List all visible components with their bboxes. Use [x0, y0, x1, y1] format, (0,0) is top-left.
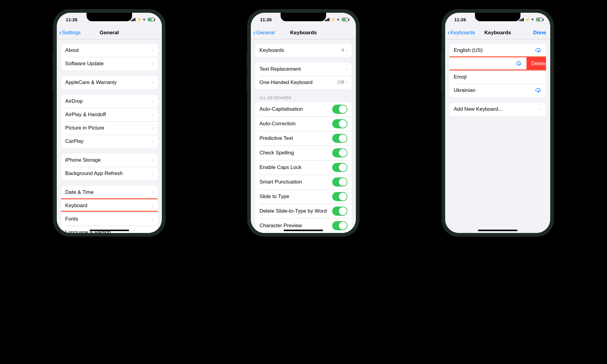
settings-content[interactable]: About› Software Update› AppleCare & Warr… [57, 39, 162, 233]
row-datetime[interactable]: Date & Time› [61, 186, 158, 199]
back-label: Settings [62, 30, 80, 36]
row-carplay[interactable]: CarPlay› [61, 135, 158, 148]
chevron-right-icon: › [152, 230, 153, 233]
delete-button[interactable]: Delete [527, 57, 546, 70]
home-indicator[interactable] [284, 230, 323, 231]
toggle-predictive[interactable]: Predictive Text [255, 131, 352, 146]
row-storage[interactable]: iPhone Storage› [61, 153, 158, 167]
notch [281, 13, 326, 21]
kb-english[interactable]: English (US) [449, 44, 546, 57]
wifi-icon: ⚡ [525, 17, 530, 22]
notch [87, 13, 132, 21]
phone-general: 11:26 ⚡ ᯤ ‹ Settings General About› Soft… [53, 9, 165, 237]
chevron-right-icon: › [152, 139, 153, 144]
row-keyboard[interactable]: Keyboard› [61, 199, 158, 212]
switch-on[interactable] [332, 163, 347, 172]
toggle-auto-cap[interactable]: Auto-Capitalisation [255, 102, 352, 116]
row-add-keyboard[interactable]: Add New Keyboard... › [449, 103, 546, 116]
switch-on[interactable] [332, 134, 347, 143]
cloud-download-icon[interactable] [516, 61, 522, 66]
chevron-right-icon: › [152, 112, 153, 117]
status-time: 11:26 [260, 17, 271, 22]
switch-on[interactable] [332, 207, 347, 216]
wifi-icon-2: ᯤ [337, 17, 341, 22]
chevron-right-icon: › [346, 48, 347, 53]
row-keyboards-count[interactable]: Keyboards 4 › [255, 44, 352, 57]
chevron-right-icon: › [152, 99, 153, 104]
phone-keyboards-list: 11:26 ⚡ ᯤ ‹ Keyboards Keyboards Done Eng… [442, 9, 554, 237]
home-indicator[interactable] [90, 230, 129, 231]
wifi-icon-2: ᯤ [531, 17, 535, 22]
status-time: 11:26 [454, 17, 466, 22]
cloud-download-icon[interactable] [535, 48, 542, 53]
nav-bar: ‹ Settings General [57, 26, 162, 39]
back-button[interactable]: ‹ General [253, 29, 275, 36]
chevron-right-icon: › [152, 125, 153, 131]
switch-on[interactable] [332, 177, 347, 187]
back-button[interactable]: ‹ Settings [59, 29, 81, 36]
notch [475, 13, 520, 21]
kb-emoji[interactable]: Emoji [449, 70, 546, 84]
switch-on[interactable] [332, 119, 347, 128]
row-text-replacement[interactable]: Text Replacement› [255, 62, 352, 76]
done-button[interactable]: Done [533, 30, 546, 36]
back-label: Keyboards [450, 30, 475, 36]
cellular-icon [325, 18, 329, 21]
status-time: 11:26 [66, 17, 77, 22]
switch-on[interactable] [332, 192, 347, 201]
phone-keyboards: 11:26 ⚡ ᯤ ‹ General Keyboards Keyboards … [247, 9, 360, 237]
toggle-deleteword[interactable]: Delete Slide-to-Type by Word [255, 204, 352, 218]
section-all-keyboards: ALL KEYBOARDS [259, 96, 347, 100]
row-language[interactable]: Language & Region› [61, 226, 158, 233]
home-indicator[interactable] [478, 230, 517, 231]
row-airplay[interactable]: AirPlay & Handoff› [61, 108, 158, 121]
toggle-auto-correct[interactable]: Auto-Correction [255, 116, 352, 131]
keyboards-count: 4 [341, 47, 344, 53]
switch-on[interactable] [332, 221, 347, 230]
keyboards-list-content[interactable]: English (US) Delete Emoji Ukrainian [445, 39, 550, 233]
chevron-right-icon: › [152, 190, 153, 195]
kb-swiped[interactable]: Delete [449, 57, 546, 70]
chevron-right-icon: › [346, 66, 347, 72]
keyboards-content[interactable]: Keyboards 4 › Text Replacement› One-Hand… [251, 39, 356, 233]
row-bgrefresh[interactable]: Background App Refresh› [61, 167, 158, 180]
row-pip[interactable]: Picture in Picture› [61, 121, 158, 135]
row-about[interactable]: About› [61, 44, 158, 57]
nav-bar: ‹ General Keyboards [251, 26, 356, 39]
chevron-left-icon: ‹ [253, 29, 255, 36]
toggle-slidetype[interactable]: Slide to Type [255, 189, 352, 204]
battery-icon [148, 18, 155, 21]
chevron-right-icon: › [152, 61, 153, 66]
battery-icon [342, 18, 349, 21]
wifi-icon: ⚡ [137, 17, 142, 22]
back-button[interactable]: ‹ Keyboards [448, 29, 475, 36]
row-applecare[interactable]: AppleCare & Warranty› [61, 76, 158, 89]
row-airdrop[interactable]: AirDrop› [61, 95, 158, 108]
chevron-right-icon: › [152, 157, 153, 163]
row-software-update[interactable]: Software Update› [61, 57, 158, 70]
row-fonts[interactable]: Fonts› [61, 212, 158, 226]
toggle-spelling[interactable]: Check Spelling [255, 146, 352, 160]
kb-ukrainian[interactable]: Ukrainian [449, 84, 546, 97]
row-onehanded[interactable]: One-Handed KeyboardOff› [255, 76, 352, 89]
chevron-left-icon: ‹ [59, 29, 61, 36]
chevron-right-icon: › [152, 203, 153, 208]
chevron-right-icon: › [152, 216, 153, 222]
toggle-smartpunct[interactable]: Smart Punctuation [255, 175, 352, 189]
cloud-download-icon[interactable] [535, 88, 542, 93]
chevron-right-icon: › [540, 106, 542, 112]
cellular-icon [131, 18, 135, 21]
nav-title: Keyboards [290, 30, 317, 36]
wifi-icon-2: ᯤ [143, 17, 147, 22]
switch-on[interactable] [332, 148, 347, 157]
switch-on[interactable] [332, 105, 347, 114]
nav-title: General [100, 30, 119, 36]
wifi-icon: ⚡ [331, 17, 336, 22]
cellular-icon [519, 18, 524, 21]
back-label: General [256, 30, 275, 36]
battery-icon [536, 18, 543, 21]
chevron-right-icon: › [346, 80, 347, 85]
chevron-right-icon: › [152, 171, 153, 176]
toggle-capslock[interactable]: Enable Caps Lock [255, 160, 352, 175]
nav-bar: ‹ Keyboards Keyboards Done [445, 26, 550, 39]
